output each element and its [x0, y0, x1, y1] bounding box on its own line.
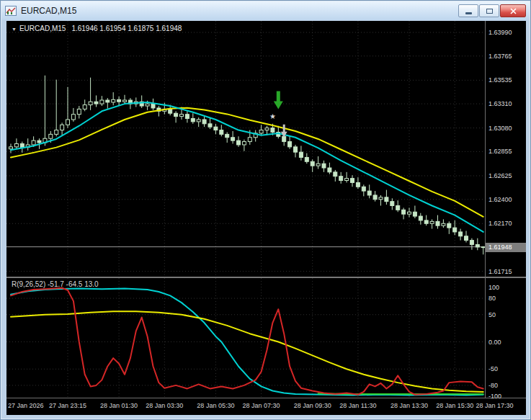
candle-body [100, 100, 104, 104]
candle-body [436, 221, 439, 225]
candle [316, 156, 320, 169]
candle-body [379, 197, 383, 200]
candle-body [413, 212, 416, 216]
candle [396, 200, 400, 212]
candle-body [49, 134, 53, 138]
candle-body [408, 212, 411, 214]
main-chart-pane[interactable]: ★ [6, 21, 485, 277]
candle-body [169, 109, 172, 113]
candle-body [402, 210, 406, 214]
candle [430, 219, 434, 228]
candle-body [191, 119, 195, 122]
candle-body [20, 144, 24, 148]
pane-separator[interactable] [6, 277, 526, 278]
candle [77, 106, 81, 118]
candle [14, 138, 18, 149]
candle [465, 231, 468, 242]
candle-body [470, 241, 473, 245]
candle [436, 215, 439, 229]
candle [328, 163, 331, 174]
chart-client-area[interactable]: ★ ▼EURCAD,M151.61946 1.61954 1.61875 1.6… [6, 21, 526, 415]
candle [339, 172, 343, 184]
indicator-tick-label: 80 [488, 295, 496, 302]
candle-body [197, 120, 200, 122]
price-tick-label: 1.63990 [488, 29, 512, 36]
candle-body [367, 191, 371, 195]
titlebar[interactable]: EURCAD,M15 [1, 1, 530, 20]
time-axis[interactable]: 27 Jan 202627 Jan 23:1528 Jan 01:3028 Ja… [6, 398, 526, 415]
price-tick-label: 1.63535 [488, 76, 512, 84]
time-axis-label: 27 Jan 23:15 [49, 402, 86, 409]
star-marker: ★ [269, 112, 276, 120]
candle-body [117, 99, 121, 102]
candle-body [208, 124, 212, 127]
candle-body [322, 164, 326, 168]
candle-body [83, 105, 86, 110]
candle [379, 195, 383, 206]
candle [322, 161, 326, 172]
price-tick-label: 1.63080 [488, 125, 512, 132]
indicator-axis[interactable]: 10080500.00-50-80-100 [485, 278, 526, 398]
green-down-arrow-marker [274, 91, 283, 109]
candle [202, 115, 206, 127]
time-axis-label: 27 Jan 2026 [8, 402, 44, 409]
candle [89, 78, 92, 110]
candle-body [299, 152, 303, 157]
candle [311, 159, 314, 171]
candle-body [66, 120, 70, 125]
indicator-tick-label: 0.00 [488, 339, 501, 346]
price-tick-label: 1.61715 [488, 268, 512, 275]
candle-body [151, 104, 155, 108]
candle-body [424, 220, 428, 223]
candle-body [373, 195, 377, 200]
candle [140, 95, 143, 107]
time-axis-label: 28 Jan 05:30 [197, 402, 234, 409]
dropdown-arrow-icon[interactable]: ▼ [12, 27, 17, 32]
minimize-button[interactable] [458, 4, 478, 17]
time-axis-label: 28 Jan 07:30 [243, 402, 280, 409]
candle-body [305, 157, 308, 161]
candle-body [180, 115, 184, 117]
candle [55, 80, 58, 137]
price-tick-label: 1.63310 [488, 100, 512, 107]
indicator-pane[interactable] [6, 278, 485, 398]
candle-body [9, 147, 13, 149]
r-slow-line [11, 311, 483, 392]
maximize-button[interactable] [479, 4, 499, 17]
app-icon [5, 6, 17, 16]
candle-body [294, 147, 298, 152]
candle [305, 153, 308, 164]
candle [408, 207, 411, 217]
candle-body [231, 138, 235, 140]
candle [208, 117, 212, 129]
candle-body [77, 109, 81, 114]
candle [254, 130, 257, 142]
indicator-tick-label: -80 [488, 382, 498, 389]
candle [459, 229, 463, 241]
candle-body [226, 134, 229, 137]
candle [112, 92, 115, 105]
r-fast-line [11, 288, 483, 395]
candle [259, 125, 263, 135]
candle [351, 175, 354, 187]
minimize-icon [465, 12, 472, 14]
current-price-tag: 1.61948 [486, 243, 526, 252]
candle-body [214, 127, 218, 130]
candle [362, 184, 365, 196]
candle-body [339, 177, 343, 181]
candle-body [351, 179, 354, 183]
candle-body [237, 140, 241, 145]
candle [391, 198, 394, 210]
price-tick-label: 1.63765 [488, 53, 512, 60]
time-axis-label: 28 Jan 15:30 [436, 402, 473, 409]
candle-body [316, 164, 320, 166]
candle [442, 219, 445, 228]
candle-body [453, 228, 457, 232]
candle [83, 99, 86, 111]
candle [26, 138, 30, 151]
candle-body [94, 102, 98, 104]
close-button[interactable] [500, 4, 526, 17]
candle-body [356, 182, 360, 187]
price-axis[interactable]: 1.639901.637651.635351.633101.630801.628… [485, 21, 526, 277]
candle-body [61, 125, 64, 130]
